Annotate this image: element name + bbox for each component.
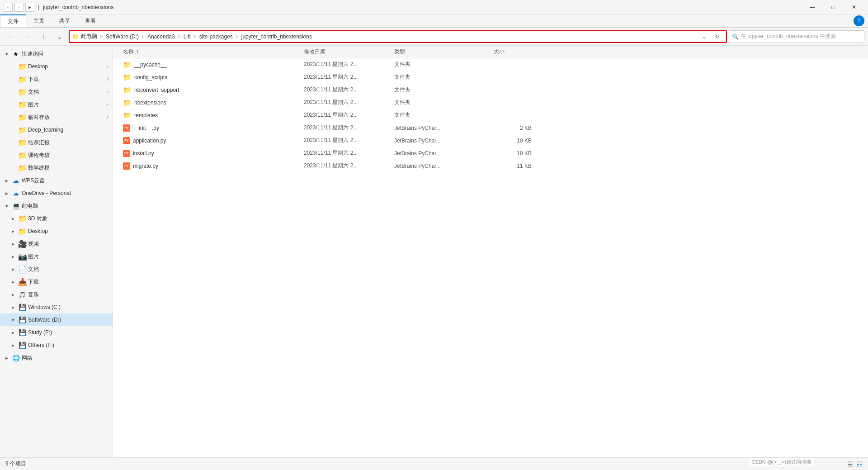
sidebar-item-label: 文档 xyxy=(28,88,39,96)
col-header-type[interactable]: 类型 xyxy=(391,48,490,56)
drive-icon: 💾 xyxy=(18,329,26,336)
recent-locations-button[interactable]: ⌄ xyxy=(52,29,67,44)
sidebar-item-dl2[interactable]: ► 📥 下载 xyxy=(0,275,113,288)
sidebar-this-pc[interactable]: ▼ 💻 此电脑 xyxy=(0,199,113,212)
breadcrumb-software[interactable]: SoftWare (D:) xyxy=(106,33,139,40)
minimize-button[interactable]: — xyxy=(802,0,823,14)
address-bar[interactable]: 📁 此电脑 > SoftWare (D:) > Anaconda3 > Lib … xyxy=(69,30,727,43)
title-bar-icons: ▫ ▫ ▸ | xyxy=(4,3,39,12)
title-icon-3[interactable]: ▸ xyxy=(25,3,34,12)
tab-file[interactable]: 文件 xyxy=(0,14,26,27)
forward-button[interactable]: → xyxy=(20,29,34,44)
file-type-cell: JetBrains PyChar... xyxy=(391,163,490,169)
sidebar-item-f-drive[interactable]: ► 💾 Others (F:) xyxy=(0,339,113,351)
sidebar-item-label: 文档 xyxy=(28,266,39,273)
title-bar: ▫ ▫ ▸ | jupyter_contrib_nbextensions — □… xyxy=(0,0,868,14)
column-header: 名称 ⇑ 修改日期 类型 大小 xyxy=(113,46,868,58)
col-header-size[interactable]: 大小 xyxy=(490,48,535,56)
sidebar-item-e-drive[interactable]: ► 💾 Study (E:) xyxy=(0,326,113,339)
sidebar-item-desktop[interactable]: 📁 Desktop ↗ xyxy=(0,60,113,73)
table-row[interactable]: 📁 config_scripts 2023/11/11 星期六 2... 文件夹 xyxy=(113,71,868,84)
col-header-date[interactable]: 修改日期 xyxy=(300,48,391,56)
status-right: ☰ ☷ xyxy=(847,461,863,468)
file-type-cell: 文件夹 xyxy=(391,99,490,106)
up-button[interactable]: ↑ xyxy=(36,29,51,44)
sidebar-item-label: SoftWare (D:) xyxy=(28,317,61,323)
breadcrumb-lib[interactable]: Lib xyxy=(184,33,191,40)
sidebar-item-mathmodel[interactable]: 📁 数学建模 xyxy=(0,161,113,174)
file-type-cell: 文件夹 xyxy=(391,73,490,81)
search-bar[interactable]: 🔍 在 jupyter_contrib_nbextensions 中搜索 xyxy=(729,30,864,43)
file-size-cell: 2 KB xyxy=(490,125,535,131)
table-row[interactable]: 📁 nbextensions 2023/11/11 星期六 2... 文件夹 xyxy=(113,96,868,109)
table-row[interactable]: 📁 nbconvert_support 2023/11/11 星期六 2... … xyxy=(113,84,868,96)
sidebar-item-docs2[interactable]: ► 📄 文档 xyxy=(0,263,113,275)
py-file-icon: PY xyxy=(123,124,130,132)
sidebar-item-label: Study (E:) xyxy=(28,329,52,336)
table-row[interactable]: 📁 __pycache__ 2023/11/11 星期六 2... 文件夹 xyxy=(113,58,868,71)
folder-icon: 📁 xyxy=(18,75,26,84)
sidebar-item-music[interactable]: ► 🎵 音乐 xyxy=(0,288,113,301)
title-icon-2[interactable]: ▫ xyxy=(14,3,24,12)
maximize-button[interactable]: □ xyxy=(823,0,844,14)
sidebar-item-docs[interactable]: 📁 文档 ↗ xyxy=(0,85,113,98)
breadcrumb-nbextensions[interactable]: jupyter_contrib_nbextensions xyxy=(241,33,312,40)
title-icon-1[interactable]: ▫ xyxy=(4,3,13,12)
quick-access-icon: ★ xyxy=(12,51,20,57)
sidebar-item-3d[interactable]: ► 📁 3D 对象 xyxy=(0,212,113,225)
tab-view[interactable]: 查看 xyxy=(78,14,104,27)
breadcrumb-site-packages[interactable]: site-packages xyxy=(199,33,233,40)
file-name-cell: PY application.py xyxy=(119,137,300,144)
py-file-icon: PY xyxy=(123,150,130,157)
file-size-cell: 10 KB xyxy=(490,150,535,157)
table-row[interactable]: PY __init__.py 2023/11/11 星期六 2... JetBr… xyxy=(113,122,868,134)
table-row[interactable]: PY application.py 2023/11/11 星期六 2... Je… xyxy=(113,134,868,147)
table-row[interactable]: 📁 templates 2023/11/11 星期六 2... 文件夹 xyxy=(113,109,868,122)
sidebar-network[interactable]: ► 🌐 网络 xyxy=(0,351,113,364)
sidebar-item-coursereport[interactable]: 📁 结课汇报 xyxy=(0,136,113,149)
sidebar: ▼ ★ 快速访问 📁 Desktop ↗ 📁 下载 ↗ 📁 文档 ↗ 📁 图片 … xyxy=(0,46,113,457)
col-header-name[interactable]: 名称 ⇑ xyxy=(119,48,300,56)
main-layout: ▼ ★ 快速访问 📁 Desktop ↗ 📁 下载 ↗ 📁 文档 ↗ 📁 图片 … xyxy=(0,46,868,457)
back-button[interactable]: ← xyxy=(4,29,18,44)
sidebar-item-label: 图片 xyxy=(28,253,39,261)
sidebar-item-temp[interactable]: 📁 临时存放 ↗ xyxy=(0,111,113,123)
sidebar-item-label: Desktop xyxy=(28,63,48,70)
sidebar-item-desktop2[interactable]: ► 📁 Desktop xyxy=(0,225,113,237)
table-row[interactable]: PY install.py 2023/11/11 星期六 2... JetBra… xyxy=(113,147,868,160)
sidebar-onedrive[interactable]: ► ☁ OneDrive - Personal xyxy=(0,187,113,199)
breadcrumb-anaconda[interactable]: Anaconda3 xyxy=(147,33,175,40)
file-size-cell: 10 KB xyxy=(490,138,535,144)
sidebar-item-download[interactable]: 📁 下载 ↗ xyxy=(0,73,113,85)
close-button[interactable]: ✕ xyxy=(844,0,864,14)
table-row[interactable]: PY migrate.py 2023/11/11 星期六 2... JetBra… xyxy=(113,160,868,172)
drive-icon: 💾 xyxy=(18,304,26,311)
sidebar-item-deeplearning[interactable]: 📁 Deep_learning xyxy=(0,123,113,136)
sidebar-item-d-drive[interactable]: ▼ 💾 SoftWare (D:) xyxy=(0,313,113,326)
sidebar-item-coursereview[interactable]: 📁 课程考核 xyxy=(0,149,113,161)
file-date-cell: 2023/11/11 星期六 2... xyxy=(300,73,391,81)
sidebar-item-c-drive[interactable]: ► 💾 Windows (C:) xyxy=(0,301,113,313)
file-name-cell: PY migrate.py xyxy=(119,162,300,170)
address-refresh-button[interactable]: ↻ xyxy=(711,30,723,43)
sidebar-item-video[interactable]: ► 🎥 视频 xyxy=(0,237,113,250)
tab-share[interactable]: 共享 xyxy=(52,14,78,27)
nav-bar: ← → ↑ ⌄ 📁 此电脑 > SoftWare (D:) > Anaconda… xyxy=(0,28,868,46)
sidebar-item-label: Desktop xyxy=(28,228,48,234)
folder-icon: 📁 xyxy=(18,126,26,134)
file-date-cell: 2023/11/11 星期六 2... xyxy=(300,124,391,132)
title-bar-controls: — □ ✕ xyxy=(802,0,864,14)
sidebar-item-pictures[interactable]: 📁 图片 ↗ xyxy=(0,98,113,111)
help-button[interactable]: ? xyxy=(854,15,864,26)
sidebar-quick-access[interactable]: ▼ ★ 快速访问 xyxy=(0,47,113,60)
file-name-cell: 📁 nbconvert_support xyxy=(119,86,300,94)
view-toggle-list[interactable]: ☰ xyxy=(847,461,853,468)
breadcrumb-pc[interactable]: 此电脑 xyxy=(81,33,97,40)
sidebar-wps-cloud[interactable]: ► ☁ WPS云盘 xyxy=(0,174,113,187)
tab-home[interactable]: 主页 xyxy=(26,14,52,27)
sidebar-this-pc-label: 此电脑 xyxy=(22,202,38,210)
file-name-cell: 📁 __pycache__ xyxy=(119,61,300,69)
address-dropdown-button[interactable]: ⌄ xyxy=(698,30,711,43)
view-toggle-grid[interactable]: ☷ xyxy=(857,461,863,468)
sidebar-item-pics[interactable]: ► 📷 图片 xyxy=(0,250,113,263)
